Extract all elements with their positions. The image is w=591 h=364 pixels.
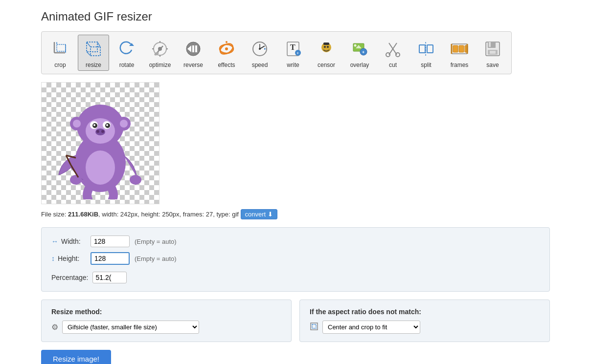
file-info-prefix: File size: <box>41 211 68 218</box>
split-icon <box>414 37 438 61</box>
tool-frames[interactable]: frames <box>444 35 475 71</box>
svg-point-38 <box>327 46 329 48</box>
svg-point-72 <box>106 124 108 126</box>
tool-censor-label: censor <box>318 62 335 68</box>
optimize-icon <box>148 37 172 61</box>
svg-point-76 <box>70 175 82 185</box>
svg-rect-60 <box>489 42 491 47</box>
tool-speed-label: speed <box>252 62 268 68</box>
svg-line-7 <box>87 42 91 47</box>
height-row: ↕ Height: (Empty = auto) <box>51 252 540 265</box>
svg-point-37 <box>324 46 326 48</box>
width-hint: (Empty = auto) <box>135 238 177 245</box>
tool-crop[interactable]: crop <box>45 35 76 71</box>
svg-point-71 <box>93 124 95 126</box>
resize-method-title: Resize method: <box>51 308 281 316</box>
speed-icon <box>248 37 272 61</box>
tool-speed[interactable]: speed <box>244 35 275 71</box>
tool-overlay-label: overlay <box>350 62 369 68</box>
method-panels: Resize method: ⚙ Gifsicle (faster, small… <box>41 300 550 342</box>
tool-effects-label: effects <box>218 62 235 68</box>
svg-rect-85 <box>311 323 318 330</box>
tool-rotate[interactable]: rotate <box>111 35 142 71</box>
save-icon <box>481 37 504 61</box>
svg-rect-49 <box>419 45 425 53</box>
height-input-wrapper <box>91 252 130 265</box>
resize-button[interactable]: Resize image! <box>41 350 111 364</box>
tool-cut-label: cut <box>389 62 397 68</box>
percentage-row: Percentage: <box>51 270 540 283</box>
svg-rect-21 <box>192 45 194 52</box>
tool-write-label: write <box>287 62 299 68</box>
tool-write[interactable]: T + write <box>277 35 309 71</box>
effects-icon <box>215 37 238 61</box>
convert-button[interactable]: convert ⬇ <box>241 209 278 219</box>
resize-method-select[interactable]: Gifsicle (faster, smaller file size) Ima… <box>62 321 199 334</box>
svg-rect-39 <box>323 43 329 45</box>
crop-icon <box>48 37 72 61</box>
tool-save[interactable]: save <box>477 35 508 71</box>
svg-point-25 <box>225 47 228 50</box>
file-size: 211.68KiB <box>68 211 98 218</box>
height-label: ↕ Height: <box>51 255 91 262</box>
download-icon: ⬇ <box>268 211 273 218</box>
aspect-ratio-row: Center and crop to fit Stretch to fit Ad… <box>310 321 540 334</box>
resize-method-panel: Resize method: ⚙ Gifsicle (faster, small… <box>41 300 292 342</box>
svg-text:+: + <box>362 50 364 55</box>
svg-line-9 <box>87 52 91 56</box>
width-arrow-icon: ↔ <box>51 237 58 245</box>
tool-rotate-label: rotate <box>119 62 135 68</box>
aspect-ratio-icon <box>310 322 318 333</box>
svg-rect-86 <box>312 324 316 328</box>
page-title: Animated GIF resizer <box>41 10 550 23</box>
gorilla-svg <box>51 87 149 199</box>
tool-effects[interactable]: effects <box>211 35 242 71</box>
svg-rect-22 <box>195 45 197 52</box>
svg-point-26 <box>226 41 227 43</box>
svg-point-42 <box>354 44 357 47</box>
overlay-icon: + <box>348 37 371 61</box>
gear-icon: ⚙ <box>51 322 58 332</box>
tool-optimize-label: optimize <box>149 62 171 68</box>
tool-split-label: split <box>421 62 431 68</box>
svg-rect-54 <box>459 45 464 52</box>
svg-point-74 <box>96 130 99 133</box>
write-icon: T + <box>281 37 305 61</box>
tool-frames-label: frames <box>451 62 469 68</box>
aspect-ratio-title: If the aspect ratio does not match: <box>310 308 540 316</box>
svg-rect-2 <box>57 44 66 51</box>
tool-save-label: save <box>486 62 499 68</box>
percentage-input[interactable] <box>92 272 127 283</box>
preview-area <box>41 82 550 204</box>
censor-icon <box>315 37 338 61</box>
aspect-ratio-select[interactable]: Center and crop to fit Stretch to fit Ad… <box>322 321 420 334</box>
size-panel: ↔ Width: (Empty = auto) ↕ Height: (Empty… <box>41 227 550 292</box>
resize-icon <box>82 37 105 61</box>
convert-label: convert <box>245 211 266 218</box>
file-info-suffix: , width: 242px, height: 250px, frames: 2… <box>98 211 239 218</box>
tool-split[interactable]: split <box>410 35 442 71</box>
height-arrow-icon: ↕ <box>51 255 55 262</box>
tool-reverse-label: reverse <box>183 62 203 68</box>
tool-cut[interactable]: cut <box>377 35 409 71</box>
width-input[interactable] <box>91 236 130 247</box>
reverse-icon <box>182 37 205 61</box>
svg-marker-31 <box>264 48 266 50</box>
width-label: ↔ Width: <box>51 237 91 245</box>
percentage-label: Percentage: <box>51 274 89 281</box>
svg-point-80 <box>130 175 141 185</box>
tool-overlay[interactable]: + overlay <box>344 35 375 71</box>
svg-point-82 <box>73 120 81 128</box>
frames-icon <box>448 37 471 61</box>
tool-reverse[interactable]: reverse <box>178 35 209 71</box>
width-row: ↔ Width: (Empty = auto) <box>51 236 540 247</box>
svg-point-64 <box>86 150 115 185</box>
resize-method-row: ⚙ Gifsicle (faster, smaller file size) I… <box>51 321 281 334</box>
svg-rect-62 <box>490 51 496 54</box>
cut-icon <box>381 37 405 61</box>
tool-resize[interactable]: resize <box>78 35 109 71</box>
toolbar: crop resize rotat <box>41 31 512 74</box>
height-input[interactable] <box>91 252 130 265</box>
tool-optimize[interactable]: optimize <box>144 35 176 71</box>
tool-censor[interactable]: censor <box>311 35 342 71</box>
